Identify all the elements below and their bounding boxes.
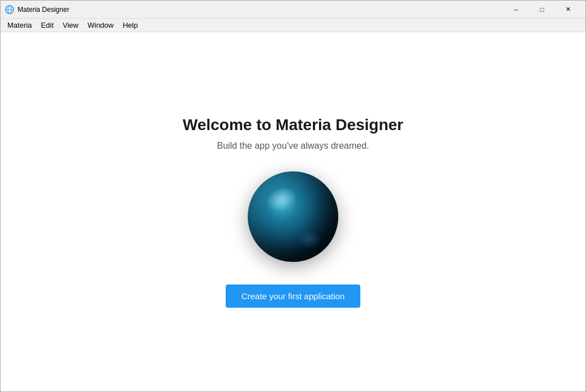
close-button[interactable] <box>555 1 581 19</box>
menu-window[interactable]: Window <box>83 19 118 32</box>
window-controls <box>503 1 581 19</box>
maximize-icon <box>540 6 544 13</box>
sphere-graphic <box>248 171 338 262</box>
welcome-title: Welcome to Materia Designer <box>183 116 403 134</box>
minimize-icon <box>514 6 518 13</box>
menubar: Materia Edit View Window Help <box>1 19 585 32</box>
menu-materia[interactable]: Materia <box>3 19 36 32</box>
titlebar-left: Materia Designer <box>5 5 69 14</box>
sphere-visual <box>248 171 338 262</box>
window-title: Materia Designer <box>18 6 69 14</box>
welcome-subtitle: Build the app you've always dreamed. <box>217 141 369 151</box>
titlebar: Materia Designer <box>1 1 585 19</box>
menu-view[interactable]: View <box>58 19 83 32</box>
close-icon <box>566 6 571 13</box>
menu-edit[interactable]: Edit <box>36 19 58 32</box>
minimize-button[interactable] <box>503 1 529 19</box>
main-window: Materia Designer Materia Edit View Windo… <box>0 0 586 392</box>
create-first-application-button[interactable]: Create your first application <box>226 285 361 308</box>
main-content: Welcome to Materia Designer Build the ap… <box>1 32 585 391</box>
maximize-button[interactable] <box>529 1 555 19</box>
menu-help[interactable]: Help <box>118 19 143 32</box>
app-icon <box>5 5 14 14</box>
